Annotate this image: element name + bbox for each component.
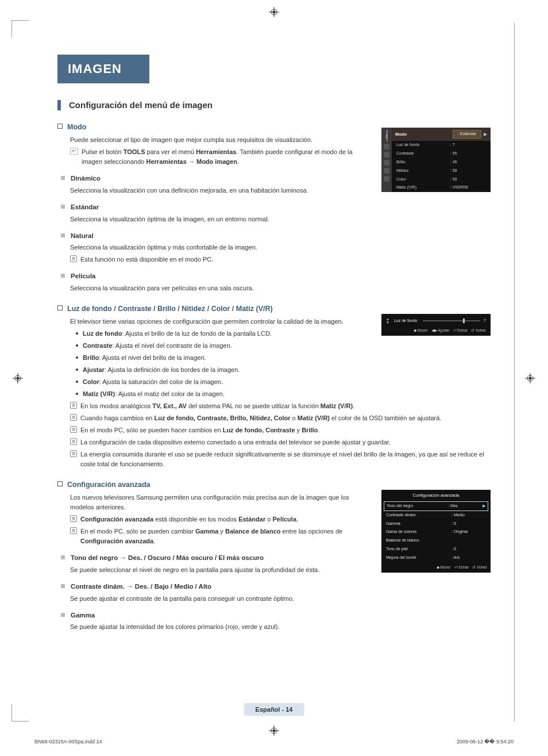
crop-line-right xyxy=(514,23,515,722)
osd-adv-row: Contraste dinám.: Medio xyxy=(381,511,491,520)
note-icon: N xyxy=(70,527,77,534)
osd-adv-title: Configuración avanzada xyxy=(381,490,491,501)
note-icon: N xyxy=(70,450,77,457)
mode-name: Gamma xyxy=(71,611,95,621)
dot-bullet-icon xyxy=(76,393,78,395)
osd-slider-track xyxy=(423,320,480,321)
grey-square-icon xyxy=(61,205,65,209)
osd-adv-row-selected: Tono del negro: Des.▶ xyxy=(384,501,488,511)
print-info-line: BN68-02315A-00Spa.indd 14 2009-06-12 �� … xyxy=(34,739,514,745)
crop-mark-bl xyxy=(11,704,29,722)
osd-tab-icon xyxy=(384,160,389,166)
bullet-text: Luz de fondo: Ajusta el brillo de la luz… xyxy=(83,329,272,339)
osd-advanced-panel: Configuración avanzada Tono del negro: D… xyxy=(381,490,491,573)
mode-desc: Se puede ajustar la intensidad de los co… xyxy=(70,622,491,632)
osd-nav-hints: ◆ Mover ⏎ Entrar ↺ Volver xyxy=(381,562,491,573)
osd-cell: Nitidez xyxy=(392,167,446,175)
osd-slider-thumb xyxy=(463,318,465,323)
note-text: Cuando haga cambios en Luz de fondo, Con… xyxy=(80,413,441,423)
svg-point-11 xyxy=(17,377,20,379)
page-number-pill: Español - 14 xyxy=(244,703,304,716)
osd-slider-value: 7 xyxy=(484,318,486,324)
chapter-tab: IMAGEN xyxy=(57,55,149,83)
osd-slider-label: Luz de fondo xyxy=(394,318,417,324)
osd-panel-modo: Imagen Modo : Estándar ▶ xyxy=(381,128,491,192)
note-icon: N xyxy=(70,414,77,421)
registration-mark-bottom xyxy=(269,726,279,736)
up-down-arrows-icon: ▲▼ xyxy=(386,317,389,324)
osd-cell: : 50 xyxy=(446,167,491,175)
grey-square-icon xyxy=(61,613,65,617)
note-text: En los modos analógicos TV, Ext., AV del… xyxy=(80,401,354,411)
note-icon: N xyxy=(70,402,77,409)
osd-cell: Color xyxy=(392,175,446,184)
note-row: N Esta función no está disponible en el … xyxy=(70,255,491,264)
square-bullet-icon xyxy=(57,124,63,129)
dot-bullet-icon xyxy=(76,369,78,371)
note-icon: N xyxy=(70,515,77,522)
osd-side-label: Imagen xyxy=(384,130,389,141)
osd-modo-table: Luz de fondo: 7 Contraste: 95 Brillo: 45… xyxy=(392,141,491,192)
chevron-right-icon: ▶ xyxy=(483,503,485,509)
bullet-text: Ajustar: Ajusta la definición de los bor… xyxy=(83,365,240,375)
mode-name: Película xyxy=(71,271,95,282)
tools-note-text: Pulse el botón TOOLS para ver el menú He… xyxy=(82,147,375,167)
note-text: En el modo PC, sólo se pueden hacer camb… xyxy=(80,425,319,435)
page-footer: Español - 14 xyxy=(244,703,304,716)
registration-mark-top xyxy=(269,7,279,17)
sub-heading-modo: Modo xyxy=(57,122,375,133)
note-icon: N xyxy=(70,426,77,433)
registration-mark-right xyxy=(525,373,535,383)
osd-adv-row: Balance de blanco xyxy=(381,536,491,545)
tools-note-row: Pulse el botón TOOLS para ver el menú He… xyxy=(70,147,375,167)
mode-desc: Se puede ajustar el contraste de la pant… xyxy=(70,594,491,604)
osd-cell: : 45 xyxy=(446,158,491,167)
osd-modo-header-row: Modo : Estándar ▶ xyxy=(392,128,491,141)
mode-name: Contraste dinám. → Des. / Bajo / Medio /… xyxy=(71,582,211,592)
osd-cell: : 7 xyxy=(446,141,491,149)
square-bullet-icon xyxy=(57,305,63,310)
square-bullet-icon xyxy=(57,481,63,486)
sub-heading-text: Configuración avanzada xyxy=(67,479,150,490)
print-timestamp: 2009-06-12 �� 9:54:20 xyxy=(457,739,514,745)
bullet-text: Brillo: Ajusta el nivel del brillo de la… xyxy=(83,353,206,363)
bullet-text: Contraste: Ajusta el nivel del contraste… xyxy=(83,341,232,351)
osd-cell: : 50 xyxy=(446,175,491,184)
sub-heading-text: Modo xyxy=(67,122,86,133)
osd-cell: Brillo xyxy=(392,158,446,167)
grey-square-icon xyxy=(61,555,65,559)
chevron-right-icon: ▶ xyxy=(484,131,487,138)
svg-point-15 xyxy=(529,377,532,379)
mode-desc: Selecciona la visualización óptima de la… xyxy=(70,214,491,224)
osd-adv-row: Mejora del borde: Act. xyxy=(381,554,491,562)
osd-adv-row: Gama de colores: Original xyxy=(381,528,491,536)
osd-adv-row: Tono de piel: 0 xyxy=(381,545,491,554)
mode-desc: Selecciona la visualización óptima y más… xyxy=(70,243,491,252)
osd-modo-value: : Estándar xyxy=(453,130,481,139)
mode-name: Natural xyxy=(71,231,94,241)
osd-tab-icon xyxy=(384,144,389,149)
dot-bullet-icon xyxy=(76,381,78,383)
registration-mark-left xyxy=(13,373,23,383)
osd-nav-hints: ◆ Mover ◀▶ Ajustar ⏎ Entrar ↺ Volver xyxy=(386,328,486,333)
mode-name: Estándar xyxy=(71,202,99,213)
note-text: Esta función no está disponible en el mo… xyxy=(80,255,213,264)
crop-mark-tl xyxy=(11,20,29,37)
page: IMAGEN Configuración del menú de imagen … xyxy=(0,0,548,756)
note-text: En el modo PC, sólo se pueden cambiar Ga… xyxy=(80,527,375,546)
print-file: BN68-02315A-00Spa.indd 14 xyxy=(34,739,102,745)
section-heading-row: Configuración del menú de imagen xyxy=(57,98,491,112)
note-text: La configuración de cada dispositivo ext… xyxy=(80,438,391,447)
osd-cell: Luz de fondo xyxy=(392,141,446,149)
osd-tab-icon xyxy=(384,152,389,158)
osd-modo-label: Modo xyxy=(395,131,407,138)
section-title: Configuración del menú de imagen xyxy=(69,98,213,112)
dot-bullet-icon xyxy=(76,344,78,347)
grey-square-icon xyxy=(61,584,65,588)
osd-cell-dim: : V50/R50 xyxy=(446,183,491,192)
bullet-text: Matiz (V/R): Ajusta el matiz del color d… xyxy=(83,389,225,399)
osd-tab-icon xyxy=(384,168,389,174)
tools-icon xyxy=(70,148,78,158)
note-icon: N xyxy=(70,255,77,262)
osd-tab-icon xyxy=(384,176,389,182)
